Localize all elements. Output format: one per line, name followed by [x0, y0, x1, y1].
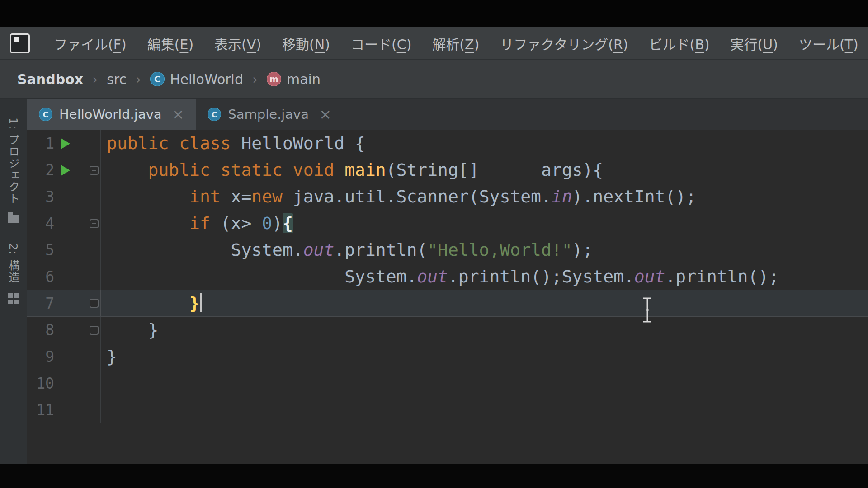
line-number: 3	[27, 183, 54, 210]
code-line[interactable]: }	[100, 290, 868, 316]
fold-icon[interactable]	[90, 299, 99, 308]
code-token: in	[552, 187, 572, 206]
editor-row: 7 }	[27, 290, 868, 317]
code-line[interactable]: }	[100, 343, 868, 370]
code-line[interactable]: System.out.println("Hello,World!");	[100, 237, 868, 263]
code-line[interactable]: int x=new java.util.Scanner(System.in).n…	[100, 183, 868, 210]
gutter: 11	[27, 397, 100, 423]
code-token: public class	[107, 133, 241, 153]
gutter: 1	[27, 130, 100, 157]
code-token	[107, 160, 148, 180]
run-icon[interactable]	[61, 165, 70, 176]
menu-item-9[interactable]: 実行(U)	[720, 33, 788, 53]
code-token: 0	[262, 213, 272, 233]
code-editor[interactable]: 1public class HelloWorld {2 public stati…	[27, 130, 868, 464]
code-token: }	[189, 293, 200, 313]
intellij-logo-icon[interactable]	[10, 33, 30, 53]
gutter: 5	[27, 237, 100, 263]
gutter: 10	[27, 370, 100, 397]
tab-label: HelloWorld.java	[59, 107, 162, 122]
fold-icon[interactable]	[90, 326, 99, 335]
code-token: );	[572, 240, 593, 260]
code-token: (x>	[210, 213, 262, 233]
breadcrumb-label: HelloWorld	[170, 71, 243, 87]
code-token: }	[107, 320, 158, 340]
ide-window: ファイル(F)編集(E)表示(V)移動(N)コード(C)解析(Z)リファクタリン…	[0, 0, 868, 488]
method-icon: m	[267, 72, 281, 86]
tool-window-button-2[interactable]: 2: 構造	[5, 243, 21, 304]
code-line[interactable]: if (x> 0){	[100, 210, 868, 237]
menu-item-7[interactable]: リファクタリング(R)	[490, 33, 638, 53]
tool-window-button-1[interactable]: 1: プロジェクト	[5, 117, 21, 223]
tab-HelloWorld.java[interactable]: CHelloWorld.java×	[27, 99, 196, 130]
editor-row: 5 System.out.println("Hello,World!");	[27, 237, 868, 263]
gutter: 8	[27, 317, 100, 343]
breadcrumb-separator: ›	[136, 71, 141, 87]
code-token	[107, 213, 189, 233]
line-number: 9	[27, 343, 54, 370]
text-caret	[200, 293, 202, 312]
code-line[interactable]	[100, 370, 868, 397]
editor-row: 9}	[27, 343, 868, 370]
code-token: main	[344, 160, 386, 180]
breadcrumb-item-main[interactable]: mmain	[264, 71, 323, 87]
code-line[interactable]: public class HelloWorld {	[100, 130, 868, 157]
line-number: 8	[27, 317, 54, 343]
code-token: .println();	[665, 267, 779, 286]
menu-item-10[interactable]: ツール(T)	[788, 33, 868, 53]
fold-slot	[88, 326, 100, 335]
menu-item-5[interactable]: コード(C)	[340, 33, 422, 53]
code-line[interactable]	[100, 397, 868, 423]
code-token: x=	[221, 187, 252, 206]
code-line[interactable]: }	[100, 317, 868, 343]
run-slot	[59, 138, 72, 149]
breadcrumb-label: main	[287, 71, 321, 87]
code-token: ).nextInt();	[572, 187, 697, 206]
breadcrumb-separator: ›	[92, 71, 98, 87]
code-line[interactable]: public static void main(String[] args){	[100, 157, 868, 183]
run-icon[interactable]	[61, 138, 70, 149]
menu-items: ファイル(F)編集(E)表示(V)移動(N)コード(C)解析(Z)リファクタリン…	[43, 33, 868, 53]
code-line[interactable]: System.out.println();System.out.println(…	[100, 263, 868, 290]
editor-area: CHelloWorld.java×CSample.java× 1public c…	[27, 99, 868, 464]
line-number: 11	[27, 397, 54, 423]
folder-icon	[8, 215, 19, 223]
code-token: .println();System.	[448, 267, 634, 286]
tab-Sample.java[interactable]: CSample.java×	[196, 99, 343, 130]
run-slot	[59, 165, 72, 176]
breadcrumb-label: Sandbox	[17, 71, 83, 87]
menu-item-1[interactable]: ファイル(F)	[43, 33, 137, 53]
fold-slot	[88, 166, 100, 175]
breadcrumb-item-sandbox[interactable]: Sandbox	[14, 71, 86, 87]
code-token: out	[417, 267, 448, 286]
menu-item-3[interactable]: 表示(V)	[204, 33, 272, 53]
editor-row: 11	[27, 397, 868, 423]
code-token: (String[] args){	[386, 160, 603, 180]
line-number: 10	[27, 370, 54, 397]
menu-item-2[interactable]: 編集(E)	[137, 33, 204, 53]
line-number: 2	[27, 157, 54, 183]
fold-icon[interactable]	[90, 166, 99, 175]
line-number: 5	[27, 237, 54, 263]
menu-item-4[interactable]: 移動(N)	[272, 33, 340, 53]
breadcrumb-item-src[interactable]: src	[104, 71, 129, 87]
menu-item-6[interactable]: 解析(Z)	[422, 33, 490, 53]
code-token	[107, 293, 189, 313]
gutter: 4	[27, 210, 100, 237]
code-token: public static void	[148, 160, 345, 180]
gutter: 2	[27, 157, 100, 183]
tool-window-label: 1: プロジェクト	[5, 117, 21, 205]
close-icon[interactable]: ×	[172, 107, 184, 122]
fold-icon[interactable]	[90, 219, 99, 228]
code-token: )	[272, 213, 283, 233]
breadcrumb-item-helloworld[interactable]: CHelloWorld	[147, 71, 246, 87]
breadcrumb-label: src	[107, 71, 127, 87]
breadcrumb-separator: ›	[252, 71, 258, 87]
editor-row: 1public class HelloWorld {	[27, 130, 868, 157]
menu-item-8[interactable]: ビルド(B)	[638, 33, 720, 53]
editor-row: 2 public static void main(String[] args)…	[27, 157, 868, 183]
breadcrumb: Sandbox›src›CHelloWorld›mmain	[0, 60, 868, 99]
fold-slot	[88, 219, 100, 228]
close-icon[interactable]: ×	[319, 107, 331, 122]
code-token: new	[251, 187, 283, 206]
